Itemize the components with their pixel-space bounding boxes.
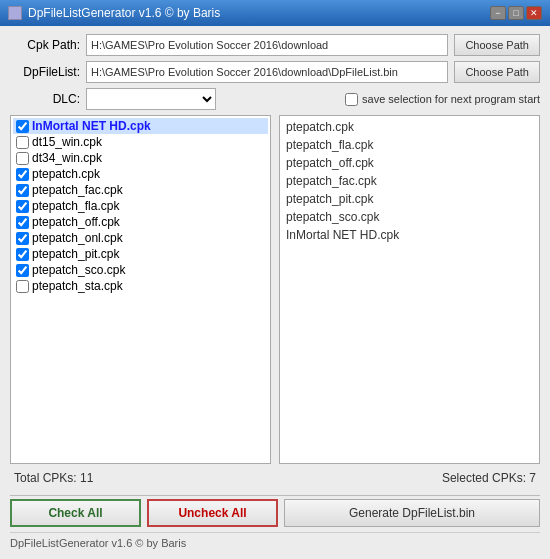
total-cpks-status: Total CPKs: 11 [14, 471, 93, 485]
dlc-row: DLC: save selection for next program sta… [10, 88, 540, 110]
generate-button[interactable]: Generate DpFileList.bin [284, 499, 540, 527]
app-icon [8, 6, 22, 20]
footer-text: DpFileListGenerator v1.6 © by Baris [10, 537, 186, 549]
left-list-item-label: ptepatch_sco.cpk [32, 263, 125, 277]
save-selection-checkbox[interactable] [345, 93, 358, 106]
check-all-button[interactable]: Check All [10, 499, 141, 527]
left-list-item-label: ptepatch.cpk [32, 167, 100, 181]
close-button[interactable]: ✕ [526, 6, 542, 20]
divider [10, 495, 540, 496]
left-list-item-label: ptepatch_sta.cpk [32, 279, 123, 293]
title-bar: DpFileListGenerator v1.6 © by Baris − □ … [0, 0, 550, 26]
left-list-item-label: ptepatch_off.cpk [32, 215, 120, 229]
right-list-panel: ptepatch.cpkptepatch_fla.cpkptepatch_off… [279, 115, 540, 464]
left-list-checkbox-10[interactable] [16, 280, 29, 293]
left-list-item-label: InMortal NET HD.cpk [32, 119, 151, 133]
left-list-checkbox-4[interactable] [16, 184, 29, 197]
left-list-checkbox-1[interactable] [16, 136, 29, 149]
save-selection-label: save selection for next program start [362, 93, 540, 105]
left-list-item[interactable]: dt15_win.cpk [13, 134, 268, 150]
left-list-checkbox-5[interactable] [16, 200, 29, 213]
left-list-checkbox-7[interactable] [16, 232, 29, 245]
right-list-item: ptepatch_fla.cpk [282, 136, 537, 154]
footer: DpFileListGenerator v1.6 © by Baris [10, 532, 540, 551]
left-list-item[interactable]: ptepatch_pit.cpk [13, 246, 268, 262]
cpk-path-label: Cpk Path: [10, 38, 80, 52]
left-list-item-label: ptepatch_fac.cpk [32, 183, 123, 197]
left-list-item-label: ptepatch_pit.cpk [32, 247, 119, 261]
left-list-item[interactable]: dt34_win.cpk [13, 150, 268, 166]
left-list-checkbox-9[interactable] [16, 264, 29, 277]
dpfilelist-row: DpFileList: Choose Path [10, 61, 540, 83]
actions-row: Check All Uncheck All Generate DpFileLis… [10, 499, 540, 527]
right-list-item: ptepatch_off.cpk [282, 154, 537, 172]
left-list-item[interactable]: ptepatch_fla.cpk [13, 198, 268, 214]
left-list-checkbox-2[interactable] [16, 152, 29, 165]
left-list-item-label: ptepatch_onl.cpk [32, 231, 123, 245]
title-text: DpFileListGenerator v1.6 © by Baris [28, 6, 220, 20]
right-list-item: ptepatch.cpk [282, 118, 537, 136]
uncheck-all-button[interactable]: Uncheck All [147, 499, 278, 527]
dpfilelist-choose-button[interactable]: Choose Path [454, 61, 540, 83]
left-list-checkbox-6[interactable] [16, 216, 29, 229]
dpfilelist-label: DpFileList: [10, 65, 80, 79]
right-list-item: ptepatch_pit.cpk [282, 190, 537, 208]
left-list-item[interactable]: ptepatch_fac.cpk [13, 182, 268, 198]
status-row: Total CPKs: 11 Selected CPKs: 7 [10, 469, 540, 487]
lists-container: InMortal NET HD.cpkdt15_win.cpkdt34_win.… [10, 115, 540, 464]
left-list-item[interactable]: ptepatch_sco.cpk [13, 262, 268, 278]
maximize-button[interactable]: □ [508, 6, 524, 20]
left-list-item[interactable]: ptepatch_off.cpk [13, 214, 268, 230]
dpfilelist-input[interactable] [86, 61, 448, 83]
left-list-item[interactable]: ptepatch.cpk [13, 166, 268, 182]
dlc-select[interactable] [86, 88, 216, 110]
left-list-item-label: ptepatch_fla.cpk [32, 199, 119, 213]
minimize-button[interactable]: − [490, 6, 506, 20]
right-list-item: ptepatch_fac.cpk [282, 172, 537, 190]
left-list-item[interactable]: ptepatch_onl.cpk [13, 230, 268, 246]
left-list-item-label: dt15_win.cpk [32, 135, 102, 149]
cpk-path-input[interactable] [86, 34, 448, 56]
left-list-item[interactable]: ptepatch_sta.cpk [13, 278, 268, 294]
right-list-item: InMortal NET HD.cpk [282, 226, 537, 244]
left-list-checkbox-0[interactable] [16, 120, 29, 133]
selected-cpks-status: Selected CPKs: 7 [442, 471, 536, 485]
left-list-item[interactable]: InMortal NET HD.cpk [13, 118, 268, 134]
cpk-path-choose-button[interactable]: Choose Path [454, 34, 540, 56]
left-list-checkbox-8[interactable] [16, 248, 29, 261]
right-list-item: ptepatch_sco.cpk [282, 208, 537, 226]
left-list-checkbox-3[interactable] [16, 168, 29, 181]
dlc-label: DLC: [10, 92, 80, 106]
title-controls: − □ ✕ [490, 6, 542, 20]
cpk-path-row: Cpk Path: Choose Path [10, 34, 540, 56]
left-list-panel[interactable]: InMortal NET HD.cpkdt15_win.cpkdt34_win.… [10, 115, 271, 464]
main-content: Cpk Path: Choose Path DpFileList: Choose… [0, 26, 550, 559]
left-list-item-label: dt34_win.cpk [32, 151, 102, 165]
